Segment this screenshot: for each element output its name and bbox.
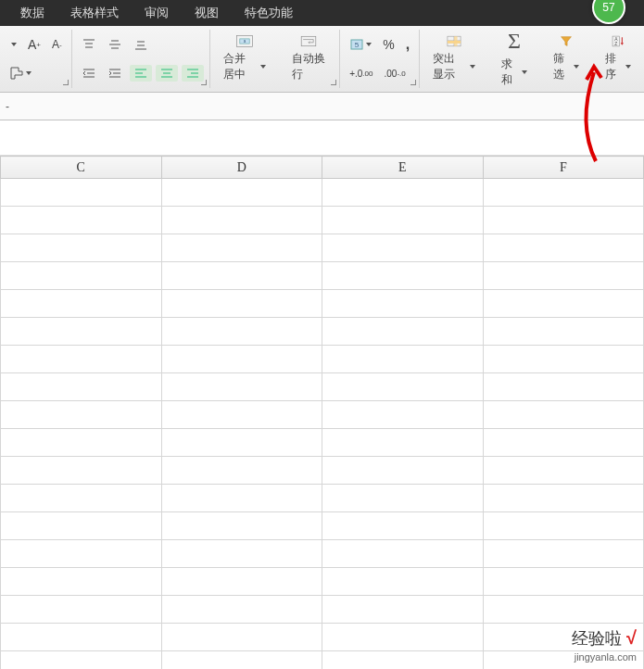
decrease-decimal-icon[interactable]: .00-.0 [380,67,409,81]
expand-corner-icon[interactable] [60,77,69,86]
menu-item-review[interactable]: 审阅 [132,0,182,26]
cell[interactable] [483,179,643,207]
cell[interactable] [322,485,483,512]
cell[interactable] [1,540,162,568]
wrap-text-button[interactable]: 自动换行 [284,32,335,86]
cell[interactable] [161,596,322,624]
spreadsheet-grid[interactable]: C D E F [0,156,644,669]
cell[interactable] [1,651,162,670]
cell[interactable] [322,568,483,596]
sort-button[interactable]: A Z 排序 [598,32,638,86]
cell[interactable] [1,512,162,540]
filter-button[interactable]: 筛选 [546,32,587,86]
cell[interactable] [161,262,322,290]
column-header[interactable]: F [483,157,643,179]
cell[interactable] [483,234,643,262]
cell[interactable] [483,485,643,512]
cell[interactable] [483,373,643,401]
dropdown-button[interactable] [6,41,20,48]
expand-corner-icon[interactable] [328,77,337,86]
cell[interactable] [161,651,322,670]
align-center-icon[interactable] [156,65,178,82]
cell[interactable] [1,485,162,512]
indent-decrease-icon[interactable] [78,65,100,82]
cell[interactable] [161,568,322,596]
comma-icon[interactable]: , [402,34,413,55]
cell[interactable] [322,624,483,651]
cell[interactable] [322,540,483,568]
menu-item-data[interactable]: 数据 [7,0,57,26]
increase-font-icon[interactable]: A+ [24,35,44,54]
cell[interactable] [161,290,322,318]
cell[interactable] [322,346,483,373]
notification-badge[interactable]: 57 [592,0,625,24]
percent-icon[interactable]: % [379,35,398,54]
menu-item-table-style[interactable]: 表格样式 [57,0,132,26]
cell[interactable] [161,624,322,651]
cell[interactable] [322,290,483,318]
cell[interactable] [483,568,643,596]
highlight-button[interactable]: 突出显示 [425,32,483,86]
cell[interactable] [322,401,483,429]
align-bottom-icon[interactable] [130,36,152,53]
cell[interactable] [483,540,643,568]
cell[interactable] [161,179,322,207]
cell[interactable] [161,457,322,485]
cell[interactable] [322,179,483,207]
cell[interactable] [1,346,162,373]
cell[interactable] [1,596,162,624]
cell[interactable] [161,234,322,262]
number-format-dropdown[interactable]: 5 [346,36,375,53]
cell[interactable] [1,373,162,401]
align-top-icon[interactable] [78,36,100,53]
cell[interactable] [483,346,643,373]
cell[interactable] [1,401,162,429]
cell[interactable] [161,429,322,457]
menu-item-special[interactable]: 特色功能 [232,0,306,26]
align-left-icon[interactable] [130,65,152,82]
cell[interactable] [1,429,162,457]
cell[interactable] [1,179,162,207]
cell[interactable] [483,318,643,346]
column-header[interactable]: C [1,157,162,179]
cell[interactable] [161,318,322,346]
cell[interactable] [322,373,483,401]
column-header[interactable]: D [161,157,322,179]
cell[interactable] [483,596,643,624]
cell[interactable] [322,234,483,262]
cell[interactable] [1,262,162,290]
cell[interactable] [1,568,162,596]
cell[interactable] [161,346,322,373]
cell[interactable] [322,457,483,485]
cell[interactable] [1,207,162,234]
cell[interactable] [1,457,162,485]
indent-increase-icon[interactable] [104,65,126,82]
cell[interactable] [322,651,483,670]
cell[interactable] [322,207,483,234]
cell[interactable] [483,262,643,290]
formula-bar[interactable]: - [0,93,644,120]
expand-corner-icon[interactable] [198,77,208,86]
expand-corner-icon[interactable] [408,77,417,86]
cell[interactable] [1,318,162,346]
cell[interactable] [483,290,643,318]
decrease-font-icon[interactable]: A- [48,36,66,53]
cell[interactable] [322,512,483,540]
cell[interactable] [161,512,322,540]
format-painter-icon[interactable] [6,64,35,82]
cell[interactable] [1,624,162,651]
cell[interactable] [483,429,643,457]
cell[interactable] [483,457,643,485]
cell[interactable] [322,318,483,346]
cell[interactable] [161,485,322,512]
sum-button[interactable]: Σ 求和 [494,32,535,86]
cell[interactable] [483,207,643,234]
cell[interactable] [161,207,322,234]
cell[interactable] [322,429,483,457]
cell[interactable] [161,373,322,401]
cell[interactable] [1,290,162,318]
cell[interactable] [483,401,643,429]
cell[interactable] [161,540,322,568]
cell[interactable] [161,401,322,429]
cell[interactable] [483,512,643,540]
